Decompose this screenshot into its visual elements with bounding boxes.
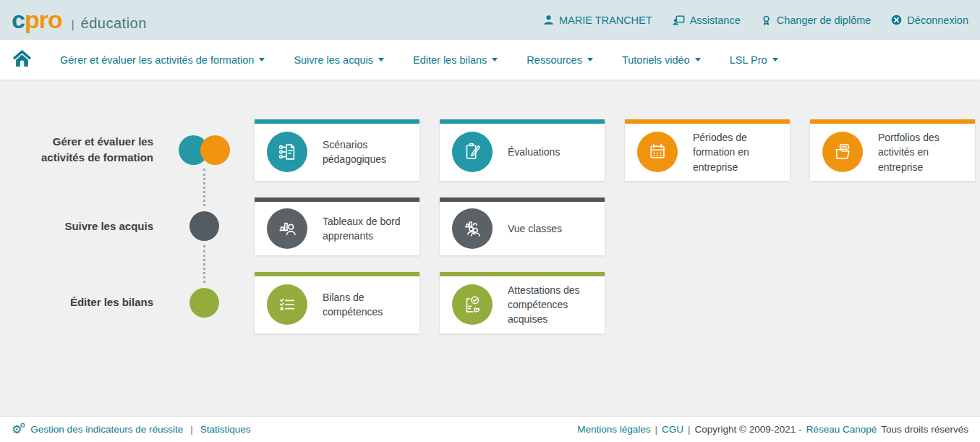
- card-bilans-competences[interactable]: Bilans de compétences: [255, 272, 419, 333]
- row-label-gerer-evaluer: Gérer et évaluer les activités de format…: [29, 134, 153, 166]
- card-evaluations[interactable]: Évaluations: [440, 119, 605, 181]
- nav-item-label: LSL Pro: [730, 54, 767, 66]
- settings-gears-icon: ⚙⚙: [12, 424, 22, 435]
- nav-item-label: Suivre les acquis: [294, 54, 373, 66]
- chevron-down-icon: [259, 58, 265, 61]
- card-tableaux-de-bord[interactable]: Tableaux de bord apprenants: [255, 197, 419, 255]
- logo-divider: |: [72, 18, 74, 30]
- header-menu: MARIE TRANCHET Assistance Changer de dip…: [543, 14, 968, 26]
- user-menu-link[interactable]: MARIE TRANCHET: [543, 14, 652, 26]
- logo[interactable]: cpro | éducation: [12, 6, 147, 34]
- footer-separator: |: [190, 424, 193, 435]
- chevron-down-icon: [695, 58, 701, 61]
- card-title: Tableaux de bord apprenants: [323, 214, 411, 244]
- nav-item-label: Gérer et évaluer les activités de format…: [60, 54, 254, 66]
- chevron-down-icon: [772, 58, 778, 61]
- folder-document-icon: [822, 132, 863, 172]
- card-title: Vue classes: [508, 221, 562, 236]
- nav-item-lsl-pro[interactable]: LSL Pro: [730, 54, 778, 66]
- card-scenarios-pedagogiques[interactable]: Scénarios pédagogiques: [255, 119, 419, 181]
- footer-separator: |: [655, 424, 658, 435]
- copyright-text: Copyright © 2009-2021 -: [695, 424, 802, 435]
- cgu-link[interactable]: CGU: [662, 424, 683, 435]
- row-marker-gerer-evaluer: [153, 135, 255, 165]
- card-title: Scénarios pédagogiques: [323, 137, 411, 167]
- award-medal-icon: [761, 14, 772, 26]
- change-diploma-label: Changer de diplôme: [777, 14, 872, 26]
- card-attestations-competences[interactable]: Attestations des compétences acquises: [440, 272, 605, 333]
- logo-brand-c: c: [12, 6, 25, 34]
- nav-item-label: Tutoriels vidéo: [622, 54, 690, 66]
- nav-item-label: Editer les bilans: [413, 54, 487, 66]
- nav-item-tutoriels-video[interactable]: Tutoriels vidéo: [622, 54, 701, 66]
- reseau-canope-link[interactable]: Réseau Canopé: [806, 424, 877, 435]
- feature-row-suivre-acquis: Suivre les acquis Tableaux de bord appre…: [29, 197, 980, 255]
- logout-label: Déconnexion: [907, 14, 968, 26]
- chevron-down-icon: [378, 58, 384, 61]
- main-nav: Gérer et évaluer les activités de format…: [0, 40, 980, 80]
- change-diploma-link[interactable]: Changer de diplôme: [761, 14, 872, 26]
- card-title: Portfolios des activités en entreprise: [878, 130, 966, 174]
- card-vue-classes[interactable]: Vue classes: [440, 197, 605, 255]
- statistics-link[interactable]: Statistiques: [200, 424, 251, 435]
- home-button[interactable]: [13, 50, 31, 69]
- footer: ⚙⚙ Gestion des indicateurs de réussite |…: [0, 416, 980, 442]
- row-label-suivre-acquis: Suivre les acquis: [29, 218, 153, 235]
- checklist-icon: [267, 284, 307, 325]
- footer-left: ⚙⚙ Gestion des indicateurs de réussite |…: [12, 424, 251, 435]
- logout-x-circle-icon: [891, 14, 902, 25]
- document-check-hand-icon: [452, 284, 493, 325]
- row-cards: Tableaux de bord apprenants Vue classes: [255, 197, 605, 255]
- calendar-icon: [637, 132, 678, 172]
- row-marker-suivre-acquis: [153, 211, 255, 241]
- user-name: MARIE TRANCHET: [559, 14, 652, 26]
- feature-row-editer-bilans: Éditer les bilans Bilans de compétences: [29, 272, 980, 333]
- nav-item-editer-bilans[interactable]: Editer les bilans: [413, 54, 498, 66]
- logout-link[interactable]: Déconnexion: [891, 14, 968, 26]
- user-icon: [543, 14, 554, 25]
- row-cards: Bilans de compétences Attestations des c…: [255, 272, 605, 333]
- row-cards: Scénarios pédagogiques Évaluations: [255, 119, 975, 181]
- rights-text: Tous droits réservés: [881, 424, 968, 435]
- chevron-down-icon: [587, 58, 593, 61]
- home-icon: [13, 50, 31, 69]
- indicators-link[interactable]: Gestion des indicateurs de réussite: [30, 424, 183, 435]
- clipboard-pencil-icon: [452, 132, 493, 172]
- nav-item-suivre-acquis[interactable]: Suivre les acquis: [294, 54, 384, 66]
- mentions-legales-link[interactable]: Mentions légales: [577, 424, 650, 435]
- assistance-screen-person-icon: [673, 14, 685, 26]
- nav-item-label: Ressources: [527, 54, 582, 66]
- home-dashboard: Gérer et évaluer les activités de format…: [0, 80, 980, 416]
- scenario-list-document-icon: [267, 132, 307, 172]
- nav-item-gerer-evaluer[interactable]: Gérer et évaluer les activités de format…: [60, 54, 265, 66]
- card-title: Périodes de formation en entreprise: [693, 130, 781, 174]
- feature-row-gerer-evaluer: Gérer et évaluer les activités de format…: [29, 119, 980, 181]
- logo-suffix: éducation: [81, 15, 147, 32]
- card-title: Évaluations: [508, 145, 560, 159]
- row-marker-editer-bilans: [153, 288, 255, 318]
- chevron-down-icon: [492, 58, 498, 61]
- card-periodes-formation[interactable]: Périodes de formation en entreprise: [625, 119, 790, 181]
- green-dot: [189, 288, 219, 318]
- orange-dot: [200, 135, 230, 165]
- slate-dot: [189, 211, 219, 241]
- card-portfolios-activites[interactable]: Portfolios des activités en entreprise: [810, 119, 975, 181]
- row-label-editer-bilans: Éditer les bilans: [29, 294, 153, 311]
- nav-item-ressources[interactable]: Ressources: [527, 54, 593, 66]
- assistance-label: Assistance: [690, 14, 741, 26]
- assistance-link[interactable]: Assistance: [673, 14, 741, 26]
- chart-person-icon: [267, 208, 307, 249]
- card-title: Attestations des compétences acquises: [508, 283, 596, 327]
- footer-right: Mentions légales | CGU | Copyright © 200…: [577, 424, 968, 435]
- top-header: cpro | éducation MARIE TRANCHET Assistan…: [0, 0, 980, 40]
- chart-people-icon: [452, 208, 493, 249]
- footer-separator: |: [688, 424, 691, 435]
- card-title: Bilans de compétences: [323, 290, 411, 320]
- logo-brand-pro: pro: [25, 6, 62, 34]
